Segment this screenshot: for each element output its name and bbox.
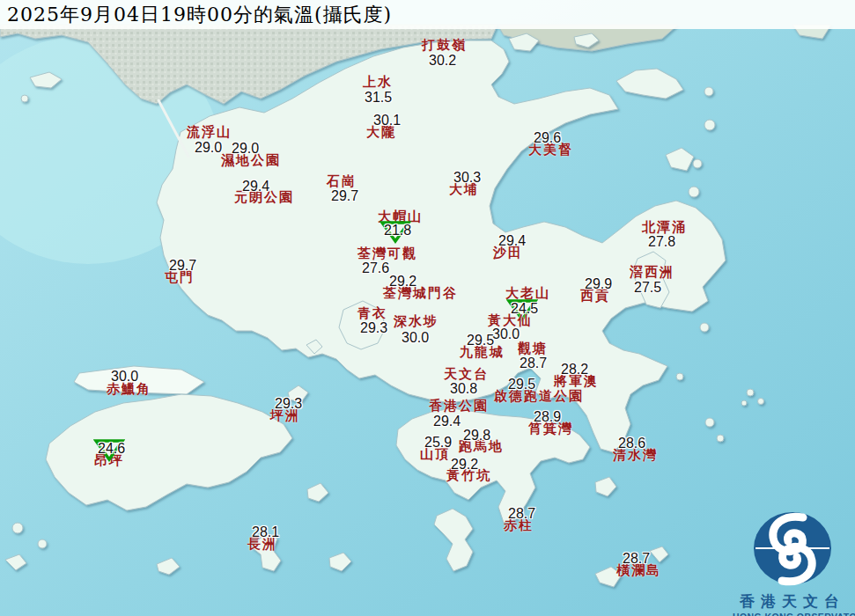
station-name: 大美督 — [528, 143, 573, 157]
station-name: 赤柱 — [504, 519, 534, 532]
station-name: 香港公園 — [429, 400, 489, 413]
station-name: 北潭涌 — [642, 221, 687, 234]
station-value: 30.1 — [373, 114, 401, 128]
station-value: 29.4 — [242, 180, 269, 194]
station-value: 24.6 — [98, 442, 125, 456]
station-name: 九龍城 — [460, 346, 505, 359]
station-value: 29.4 — [433, 414, 461, 429]
station-value: 25.9 — [424, 436, 452, 450]
station-name: 大帽山 — [378, 210, 423, 224]
station-value: 31.5 — [365, 91, 392, 105]
station-value: 29.3 — [275, 397, 302, 411]
station-name: 長洲 — [247, 538, 277, 551]
station-value: 29.4 — [498, 234, 526, 248]
station-value: 28.9 — [534, 410, 561, 424]
station-name: 將軍澳 — [554, 375, 599, 388]
station-name: 大隴 — [366, 126, 396, 139]
hko-logo-icon — [750, 509, 835, 590]
station-value: 30.8 — [450, 382, 477, 396]
station-name: 滘西洲 — [630, 266, 674, 279]
station-value: 29.7 — [331, 189, 358, 203]
station-value: 29.7 — [169, 259, 196, 273]
station-value: 29.0 — [232, 142, 259, 156]
station-value: 29.5 — [508, 378, 535, 392]
station-value: 28.1 — [252, 525, 279, 539]
stations-layer: 打鼓嶺30.2上水31.5大隴30.1流浮山29.0濕地公園29.0元朗公園29… — [0, 0, 855, 616]
station-value: 29.5 — [467, 334, 494, 348]
station-value: 29.2 — [389, 275, 416, 289]
station-value: 30.0 — [492, 327, 520, 341]
station-value: 30.3 — [453, 171, 481, 185]
station-name: 清水灣 — [613, 449, 658, 462]
hko-logo-chinese: 香港天文台 — [733, 591, 852, 612]
station-name: 觀塘 — [518, 342, 548, 356]
station-name: 打鼓嶺 — [422, 39, 467, 52]
station-value: 29.0 — [195, 141, 222, 155]
station-name: 石崗 — [327, 175, 357, 188]
station-value: 30.2 — [429, 54, 456, 68]
station-name: 深水埗 — [394, 315, 439, 328]
hko-logo: 香港天文台 HONG KONG OBSERVATORY — [733, 509, 852, 616]
station-value: 29.2 — [451, 458, 478, 472]
station-name: 大埔 — [449, 183, 479, 196]
hko-logo-english: HONG KONG OBSERVATORY — [733, 612, 852, 616]
station-value: 30.0 — [111, 370, 138, 384]
station-value: 29.6 — [534, 131, 561, 145]
station-name: 坪洲 — [270, 409, 300, 422]
station-name: 橫瀾島 — [616, 564, 661, 577]
station-value: 27.5 — [634, 281, 661, 295]
station-value: 29.9 — [585, 277, 612, 291]
hko-temperature-map: 打鼓嶺30.2上水31.5大隴30.1流浮山29.0濕地公園29.0元朗公園29… — [0, 0, 855, 616]
station-name: 山頂 — [420, 448, 450, 461]
station-value: 27.6 — [362, 261, 389, 275]
station-value: 28.6 — [618, 436, 645, 451]
station-name: 沙田 — [493, 246, 523, 260]
station-name: 屯門 — [165, 271, 195, 284]
station-name: 上水 — [363, 76, 393, 89]
station-name: 大老山 — [505, 287, 550, 300]
station-name: 天文台 — [444, 368, 489, 381]
map-title: 2025年9月04日19時00分的氣溫(攝氏度) — [7, 2, 392, 28]
station-name: 濕地公園 — [221, 154, 281, 167]
station-value: 28.2 — [561, 363, 588, 377]
station-name: 流浮山 — [187, 126, 232, 139]
station-value: 30.0 — [402, 331, 429, 345]
station-value: 27.8 — [648, 235, 675, 249]
station-value: 21.8 — [384, 224, 411, 238]
station-value: 29.3 — [360, 321, 387, 335]
station-name: 荃灣可觀 — [357, 247, 417, 260]
station-name: 西貢 — [580, 290, 610, 303]
station-name: 昂坪 — [94, 454, 124, 467]
station-name: 赤鱲角 — [107, 383, 151, 396]
station-name: 荃灣城門谷 — [383, 287, 458, 300]
station-name: 青衣 — [357, 307, 387, 320]
title-bar: 2025年9月04日19時00分的氣溫(攝氏度) — [0, 0, 855, 29]
station-value: 28.7 — [520, 356, 547, 370]
station-name: 筲箕灣 — [528, 422, 573, 436]
station-value: 28.7 — [508, 507, 535, 521]
station-name: 啟德跑道公園 — [494, 390, 584, 403]
station-name: 黃大仙 — [488, 314, 533, 327]
station-value: 29.8 — [463, 429, 490, 443]
station-value: 28.7 — [623, 552, 650, 566]
